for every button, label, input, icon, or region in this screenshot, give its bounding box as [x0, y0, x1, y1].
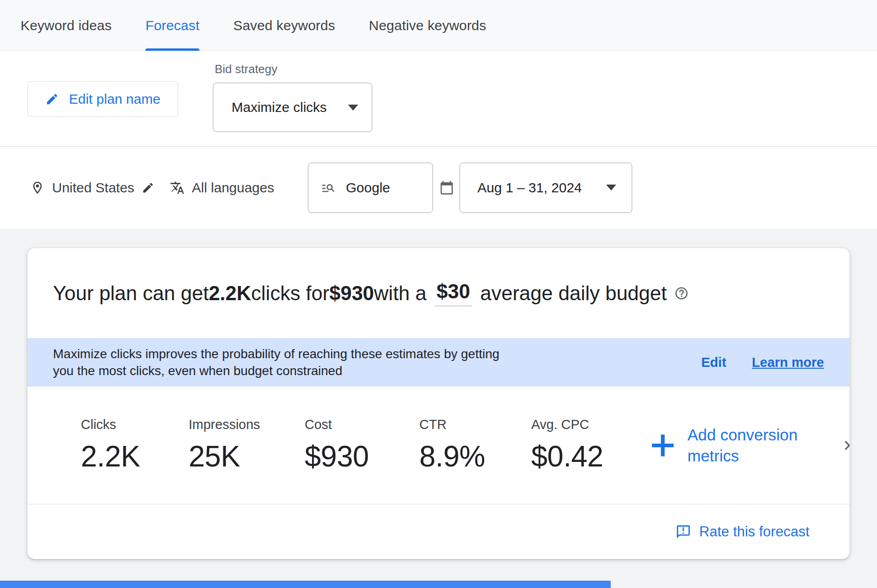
tab-bar: Keyword ideas Forecast Saved keywords Ne… [0, 0, 877, 51]
search-network-icon [321, 180, 336, 195]
bid-strategy-select[interactable]: Maximize clicks [213, 83, 372, 132]
metric-avg-cpc: Avg. CPC $0.42 [531, 417, 645, 473]
banner-edit-link[interactable]: Edit [701, 355, 726, 370]
headline-cost-value: $930 [329, 282, 374, 305]
translate-icon [170, 180, 185, 195]
partial-next-section-bar [0, 581, 611, 588]
bid-strategy-value: Maximize clicks [232, 100, 327, 115]
banner-actions: Edit Learn more [701, 355, 824, 370]
metric-value: $930 [305, 440, 419, 473]
banner-learn-more-link[interactable]: Learn more [752, 355, 824, 370]
edit-plan-name-label: Edit plan name [69, 91, 160, 107]
metric-value: 2.2K [81, 440, 189, 473]
headline-text: with a [374, 282, 427, 305]
headline-text: average daily budget [480, 282, 667, 305]
metric-label: Cost [305, 417, 419, 432]
date-range-select[interactable]: Aug 1 – 31, 2024 [460, 163, 632, 213]
metric-ctr: CTR 8.9% [419, 417, 531, 473]
tab-saved-keywords[interactable]: Saved keywords [233, 0, 335, 51]
location-pin-icon [30, 180, 45, 195]
metric-value: $0.42 [531, 440, 645, 473]
metric-label: Impressions [189, 417, 305, 432]
edit-plan-name-button[interactable]: Edit plan name [27, 81, 178, 117]
add-conversion-metrics-label: Add conversion metrics [687, 424, 824, 466]
keyword-planner-forecast-screen: Keyword ideas Forecast Saved keywords Ne… [0, 0, 877, 588]
add-conversion-metrics-button[interactable]: Add conversion metrics [645, 424, 824, 466]
chevron-down-icon [348, 105, 358, 111]
chevron-right-icon[interactable] [838, 436, 850, 455]
location-value: United States [52, 180, 134, 196]
edit-location-pencil-icon[interactable] [142, 181, 154, 194]
metric-value: 8.9% [419, 440, 531, 473]
date-range-value: Aug 1 – 31, 2024 [477, 180, 582, 196]
daily-budget-editable-value[interactable]: $30 [435, 280, 472, 307]
forecast-headline: Your plan can get 2.2K clicks for $930 w… [27, 248, 850, 338]
metric-label: CTR [419, 417, 531, 432]
metric-cost: Cost $930 [305, 417, 419, 473]
pencil-icon [45, 92, 59, 106]
headline-text: Your plan can get [53, 282, 209, 305]
feedback-icon [676, 524, 691, 540]
help-icon[interactable] [674, 286, 689, 301]
metric-label: Avg. CPC [531, 417, 645, 432]
metric-clicks: Clicks 2.2K [81, 417, 189, 473]
bid-strategy-label: Bid strategy [215, 62, 372, 76]
content-area: Your plan can get 2.2K clicks for $930 w… [0, 228, 877, 588]
metric-impressions: Impressions 25K [189, 417, 305, 473]
tab-keyword-ideas[interactable]: Keyword ideas [21, 0, 111, 51]
language-value: All languages [192, 180, 274, 196]
metrics-row: Clicks 2.2K Impressions 25K Cost $930 CT… [27, 387, 850, 504]
rate-forecast-row[interactable]: Rate this forecast [27, 504, 850, 559]
calendar-icon [439, 180, 454, 195]
plan-bar: Edit plan name Bid strategy Maximize cli… [0, 51, 877, 146]
language-control[interactable]: All languages [170, 180, 274, 196]
network-value: Google [346, 180, 390, 196]
plus-icon [645, 428, 680, 463]
banner-message: Maximize clicks improves the probability… [53, 345, 499, 379]
rate-forecast-label: Rate this forecast [699, 524, 809, 540]
headline-text: clicks for [251, 282, 329, 305]
metric-label: Clicks [81, 417, 189, 432]
headline-clicks-value: 2.2K [209, 282, 251, 305]
bid-strategy-info-banner: Maximize clicks improves the probability… [27, 338, 850, 387]
metric-value: 25K [189, 440, 305, 473]
targeting-bar: United States All languages Google Aug 1… [0, 146, 877, 228]
network-select[interactable]: Google [308, 163, 433, 213]
chevron-down-icon [606, 185, 616, 191]
tab-negative-keywords[interactable]: Negative keywords [369, 0, 486, 51]
bid-strategy-group: Bid strategy Maximize clicks [213, 62, 372, 132]
forecast-summary-card: Your plan can get 2.2K clicks for $930 w… [27, 248, 850, 559]
location-control[interactable]: United States [30, 180, 154, 196]
tab-forecast[interactable]: Forecast [145, 0, 199, 51]
